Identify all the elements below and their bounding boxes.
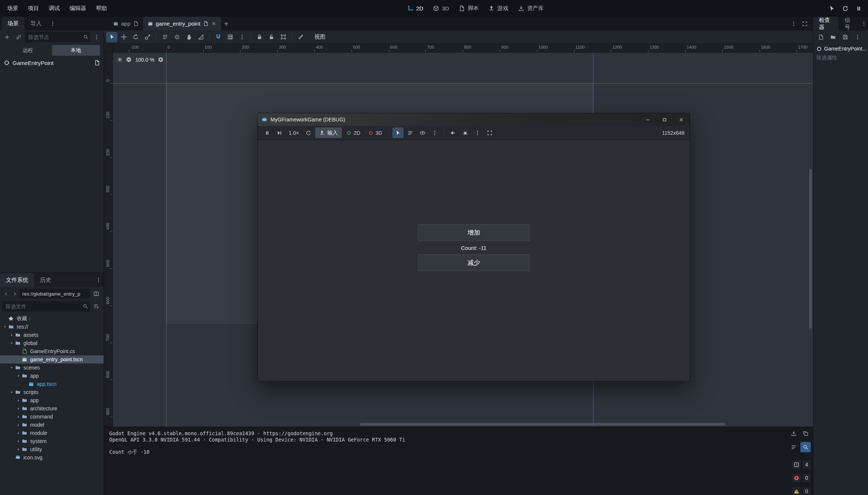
new-scene-tab-button[interactable] bbox=[221, 19, 231, 29]
fs-item-model[interactable]: model bbox=[0, 421, 104, 429]
load-resource-icon[interactable] bbox=[828, 32, 838, 42]
workspace-2d-button[interactable]: 2D bbox=[403, 3, 427, 14]
view-menu-button[interactable]: 视图 bbox=[311, 32, 329, 42]
debug-options-button[interactable] bbox=[460, 127, 471, 138]
tree-collapse-icon[interactable] bbox=[9, 366, 14, 370]
mute-audio-button[interactable] bbox=[447, 127, 459, 138]
nav-forward-icon[interactable] bbox=[11, 289, 18, 299]
group-selected-button[interactable] bbox=[278, 32, 289, 42]
save-log-icon[interactable] bbox=[788, 428, 799, 439]
tree-expand-icon[interactable] bbox=[9, 333, 14, 337]
fs-item-game-entry-point-tscn[interactable]: game_entry_point.tscn bbox=[0, 355, 104, 364]
fs-item-command[interactable]: command bbox=[0, 413, 104, 421]
tab-scene-dock[interactable]: 场景 bbox=[1, 17, 25, 30]
script-icon[interactable] bbox=[203, 21, 208, 26]
scene-dock-menu-icon[interactable] bbox=[48, 19, 58, 29]
add-node-icon[interactable] bbox=[2, 32, 12, 42]
filter-files-input[interactable] bbox=[2, 301, 90, 312]
camera-options-menu-icon[interactable] bbox=[429, 127, 440, 138]
camera-2d-button[interactable]: 2D bbox=[343, 127, 364, 138]
workspace-assetlib-button[interactable]: 资产库 bbox=[514, 3, 548, 14]
expand-viewport-icon[interactable] bbox=[800, 19, 810, 29]
grid-snap-button[interactable] bbox=[224, 32, 236, 42]
fs-item-module[interactable]: module bbox=[0, 429, 104, 437]
tree-collapse-icon[interactable] bbox=[9, 390, 14, 394]
select-mode-button[interactable] bbox=[106, 32, 117, 42]
game-select-mode-button[interactable] bbox=[392, 127, 404, 138]
instance-scene-link-icon[interactable] bbox=[13, 32, 24, 42]
tab-scene-app[interactable]: app bbox=[108, 17, 143, 30]
game-list-select-button[interactable] bbox=[405, 127, 416, 138]
tree-expand-icon[interactable] bbox=[16, 431, 21, 435]
canvas-h-scrollbar[interactable] bbox=[113, 422, 808, 426]
next-frame-button[interactable] bbox=[274, 127, 285, 138]
script-icon[interactable] bbox=[133, 21, 139, 26]
scene-tree-menu-icon[interactable] bbox=[91, 32, 102, 42]
input-mode-button[interactable]: 输入 bbox=[315, 127, 342, 138]
fs-item-assets[interactable]: assets bbox=[0, 331, 104, 339]
maximize-button[interactable] bbox=[656, 113, 673, 126]
move-mode-button[interactable] bbox=[118, 32, 129, 42]
remote-tab[interactable]: 远程 bbox=[4, 45, 52, 56]
embed-zoom-select[interactable]: 1.0× bbox=[286, 130, 302, 136]
close-button[interactable] bbox=[673, 113, 690, 126]
clear-log-icon[interactable] bbox=[788, 442, 799, 452]
nav-back-icon[interactable] bbox=[2, 289, 10, 299]
fs-item-architecture[interactable]: architecture bbox=[0, 404, 104, 413]
fs-item-utility[interactable]: utility bbox=[0, 445, 104, 453]
fs-item-icon-svg[interactable]: icon.svg bbox=[0, 453, 104, 462]
scale-mode-button[interactable] bbox=[142, 32, 153, 42]
menu-help[interactable]: 帮助 bbox=[91, 0, 112, 17]
zoom-level[interactable]: 100.0 % bbox=[135, 57, 155, 63]
tree-expand-icon[interactable] bbox=[16, 439, 21, 443]
errors-badge[interactable]: 0 bbox=[786, 474, 811, 482]
tree-expand-icon[interactable] bbox=[16, 447, 21, 452]
save-resource-icon[interactable] bbox=[840, 32, 851, 42]
fs-path-input[interactable] bbox=[19, 289, 90, 299]
fs-item-scripts[interactable]: scripts bbox=[0, 388, 104, 396]
run-game-icon[interactable] bbox=[826, 3, 838, 14]
tab-signals[interactable]: 信号 bbox=[839, 17, 859, 30]
fs-item-scenes[interactable]: scenes bbox=[0, 364, 104, 372]
v-scroll-thumb[interactable] bbox=[809, 169, 812, 329]
tab-import-dock[interactable]: 导入 bbox=[25, 17, 48, 30]
pause-game-icon[interactable] bbox=[853, 3, 864, 14]
ruler-mode-button[interactable] bbox=[195, 32, 206, 42]
copy-log-icon[interactable] bbox=[800, 428, 811, 439]
lock-selected-button[interactable] bbox=[254, 32, 265, 42]
canvas-v-scrollbar[interactable] bbox=[809, 53, 812, 421]
local-tab[interactable]: 本地 bbox=[52, 45, 100, 56]
menu-debug[interactable]: 调试 bbox=[44, 0, 65, 17]
rotate-mode-button[interactable] bbox=[130, 32, 141, 42]
suspend-button[interactable] bbox=[262, 127, 273, 138]
fs-item-scripts-app[interactable]: app bbox=[0, 396, 104, 404]
smart-snap-button[interactable] bbox=[213, 32, 224, 42]
minimize-button[interactable] bbox=[639, 113, 656, 126]
inspector-dock-menu-icon[interactable] bbox=[859, 19, 868, 29]
game-window-titlebar[interactable]: MyGFrameworkGame (DEBUG) bbox=[258, 113, 690, 126]
fs-item-app-tscn[interactable]: app.tscn bbox=[0, 380, 104, 388]
tree-expand-icon[interactable] bbox=[16, 407, 21, 411]
unlock-selected-button[interactable] bbox=[266, 32, 277, 42]
tab-filesystem[interactable]: 文件系统 bbox=[0, 273, 34, 287]
embed-fullscreen-button[interactable] bbox=[484, 127, 495, 138]
filter-properties-input[interactable] bbox=[816, 55, 865, 61]
messages-badge[interactable]: 4 bbox=[786, 460, 811, 469]
decrease-button[interactable]: 减少 bbox=[418, 254, 529, 271]
center-view-icon[interactable] bbox=[117, 56, 123, 63]
fs-item-favorites[interactable]: 收藏： bbox=[0, 315, 104, 323]
scene-tree-root-node[interactable]: GameEntryPoint bbox=[0, 57, 104, 68]
zoom-in-icon[interactable] bbox=[158, 56, 164, 63]
inspected-node-row[interactable]: GameEntryPoint... bbox=[813, 44, 868, 53]
tree-expand-icon[interactable] bbox=[16, 415, 21, 419]
workspace-game-button[interactable]: 游戏 bbox=[484, 3, 512, 14]
menu-editor[interactable]: 编辑器 bbox=[65, 0, 91, 17]
split-view-icon[interactable] bbox=[91, 289, 101, 299]
tree-expand-icon[interactable] bbox=[16, 398, 21, 403]
fs-item-res-root[interactable]: res:// bbox=[0, 323, 104, 331]
h-scroll-thumb[interactable] bbox=[360, 423, 725, 426]
fs-item-system[interactable]: system bbox=[0, 437, 104, 445]
tree-collapse-icon[interactable] bbox=[16, 374, 21, 378]
pivot-mode-button[interactable] bbox=[171, 32, 182, 42]
menu-project[interactable]: 项目 bbox=[23, 0, 44, 17]
